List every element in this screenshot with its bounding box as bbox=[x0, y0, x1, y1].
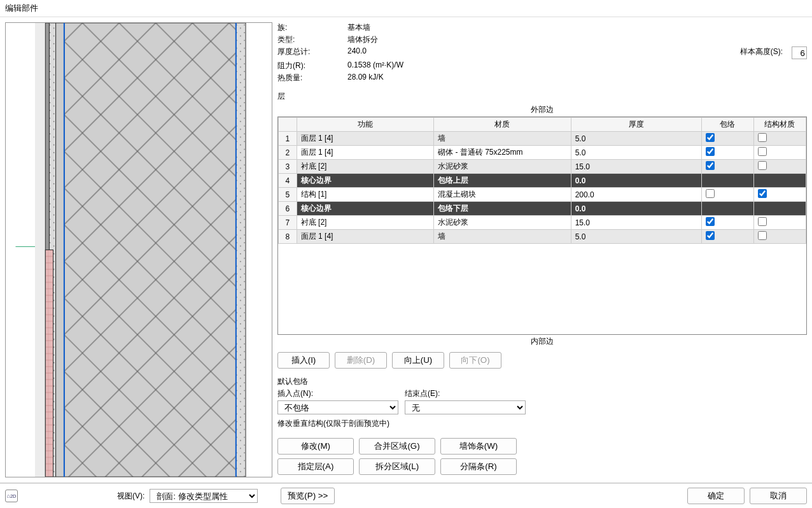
thickness-label: 厚度总计: bbox=[277, 46, 341, 59]
sweep-button[interactable]: 墙饰条(W) bbox=[440, 438, 517, 455]
resistance-label: 阻力(R): bbox=[277, 60, 341, 71]
ok-button[interactable]: 确定 bbox=[687, 488, 745, 504]
table-row[interactable]: 3衬底 [2]水泥砂浆15.0 bbox=[279, 160, 806, 174]
col-thickness: 厚度 bbox=[571, 118, 701, 132]
table-row[interactable]: 4核心边界包络上层0.0 bbox=[279, 174, 806, 188]
thermal-label: 热质量: bbox=[277, 73, 341, 83]
outer-edge-label: 外部边 bbox=[277, 104, 807, 115]
delete-button[interactable]: 删除(D) bbox=[335, 352, 387, 369]
inner-edge-label: 内部边 bbox=[277, 336, 807, 347]
layers-table-wrap: 功能 材质 厚度 包络 结构材质 1面层 1 [4]墙5.02面层 1 [4]砌… bbox=[277, 116, 807, 335]
svg-rect-13 bbox=[45, 250, 53, 477]
merge-button[interactable]: 合并区域(G) bbox=[359, 438, 435, 455]
resistance-value: 0.1538 (m²·K)/W bbox=[347, 60, 734, 71]
thickness-value: 240.0 bbox=[347, 46, 734, 59]
wrap-checkbox[interactable] bbox=[706, 217, 715, 226]
family-label: 族: bbox=[277, 22, 341, 33]
table-row[interactable]: 2面层 1 [4]砌体 - 普通砖 75x225mm5.0 bbox=[279, 146, 806, 160]
sample-height-input[interactable] bbox=[792, 46, 807, 59]
end-point-label: 结束点(E): bbox=[405, 388, 526, 399]
wrap-checkbox[interactable] bbox=[706, 189, 715, 198]
wrap-checkbox[interactable] bbox=[706, 161, 715, 170]
modify-button[interactable]: 修改(M) bbox=[277, 438, 354, 455]
family-value: 基本墙 bbox=[347, 22, 734, 33]
struct-checkbox[interactable] bbox=[758, 133, 767, 142]
assign-button[interactable]: 指定层(A) bbox=[277, 458, 354, 475]
table-row[interactable]: 6核心边界包络下层0.0 bbox=[279, 202, 806, 216]
type-label: 类型: bbox=[277, 34, 341, 45]
end-point-select[interactable]: 无 bbox=[405, 400, 526, 414]
struct-checkbox[interactable] bbox=[758, 189, 767, 198]
layers-table[interactable]: 功能 材质 厚度 包络 结构材质 1面层 1 [4]墙5.02面层 1 [4]砌… bbox=[278, 117, 806, 244]
down-button[interactable]: 向下(O) bbox=[449, 352, 501, 369]
sample-height-label: 样本高度(S): bbox=[740, 46, 785, 59]
default-wrap-group: 默认包络 bbox=[277, 376, 807, 387]
insert-point-label: 插入点(N): bbox=[277, 388, 398, 399]
type-value: 墙体拆分 bbox=[347, 34, 734, 45]
svg-rect-10 bbox=[236, 23, 246, 477]
view-select[interactable]: 剖面: 修改类型属性 bbox=[150, 489, 258, 503]
window-title: 编辑部件 bbox=[0, 0, 812, 17]
table-row[interactable]: 8面层 1 [4]墙5.0 bbox=[279, 230, 806, 244]
reveal-button[interactable]: 分隔条(R) bbox=[440, 458, 517, 475]
struct-checkbox[interactable] bbox=[758, 161, 767, 170]
svg-rect-6 bbox=[64, 23, 236, 477]
wrap-checkbox[interactable] bbox=[706, 231, 715, 240]
view-2d-icon[interactable]: ⌂2D bbox=[5, 490, 18, 502]
table-row[interactable]: 7衬底 [2]水泥砂浆15.0 bbox=[279, 216, 806, 230]
insert-point-select[interactable]: 不包络 bbox=[277, 400, 398, 414]
svg-rect-9 bbox=[56, 23, 64, 477]
col-material: 材质 bbox=[434, 118, 571, 132]
col-wrap: 包络 bbox=[701, 118, 753, 132]
insert-button[interactable]: 插入(I) bbox=[277, 352, 330, 369]
layers-label: 层 bbox=[277, 91, 807, 102]
struct-checkbox[interactable] bbox=[758, 147, 767, 156]
cancel-button[interactable]: 取消 bbox=[750, 488, 807, 504]
preview-pane[interactable] bbox=[5, 22, 272, 477]
table-row[interactable]: 1面层 1 [4]墙5.0 bbox=[279, 132, 806, 146]
wrap-checkbox[interactable] bbox=[706, 147, 715, 156]
struct-checkbox[interactable] bbox=[758, 217, 767, 226]
view-label: 视图(V): bbox=[117, 491, 144, 502]
col-function: 功能 bbox=[297, 118, 433, 132]
col-struct: 结构材质 bbox=[753, 118, 806, 132]
table-row[interactable]: 5结构 [1]混凝土砌块200.0 bbox=[279, 188, 806, 202]
modify-vert-group: 修改垂直结构(仅限于剖面预览中) bbox=[277, 418, 807, 429]
up-button[interactable]: 向上(U) bbox=[392, 352, 444, 369]
wrap-checkbox[interactable] bbox=[706, 133, 715, 142]
thermal-value: 28.09 kJ/K bbox=[347, 73, 734, 83]
struct-checkbox[interactable] bbox=[758, 231, 767, 240]
preview-button[interactable]: 预览(P) >> bbox=[281, 488, 335, 504]
split-button[interactable]: 拆分区域(L) bbox=[359, 458, 435, 475]
